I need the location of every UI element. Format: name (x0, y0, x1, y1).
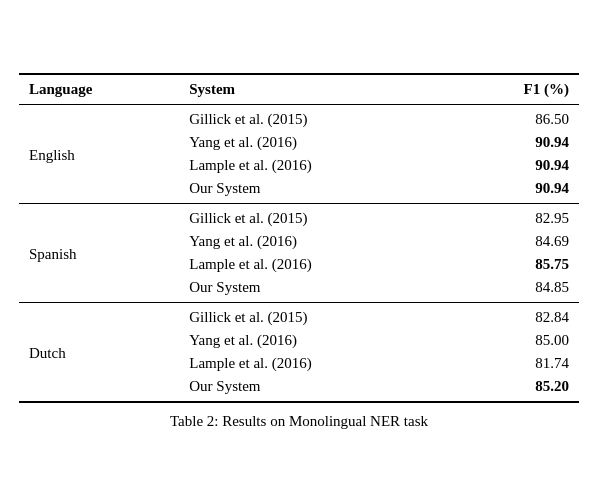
system-cell: Lample et al. (2016) (179, 253, 453, 276)
f1-cell: 90.94 (453, 131, 579, 154)
system-cell: Our System (179, 276, 453, 303)
f1-cell: 85.00 (453, 329, 579, 352)
system-cell: Yang et al. (2016) (179, 329, 453, 352)
system-cell: Our System (179, 375, 453, 402)
system-cell: Gillick et al. (2015) (179, 302, 453, 329)
system-header: System (179, 74, 453, 105)
f1-cell: 90.94 (453, 154, 579, 177)
f1-cell: 85.75 (453, 253, 579, 276)
f1-cell: 81.74 (453, 352, 579, 375)
table-caption: Table 2: Results on Monolingual NER task (19, 413, 579, 430)
results-table: Language System F1 (%) EnglishGillick et… (19, 73, 579, 403)
system-cell: Lample et al. (2016) (179, 352, 453, 375)
table-row: SpanishGillick et al. (2015)82.95 (19, 203, 579, 230)
table-row: DutchGillick et al. (2015)82.84 (19, 302, 579, 329)
f1-cell: 85.20 (453, 375, 579, 402)
system-cell: Gillick et al. (2015) (179, 203, 453, 230)
system-cell: Our System (179, 177, 453, 204)
f1-header: F1 (%) (453, 74, 579, 105)
f1-cell: 86.50 (453, 104, 579, 131)
language-cell: Spanish (19, 203, 179, 302)
language-cell: English (19, 104, 179, 203)
table-row: EnglishGillick et al. (2015)86.50 (19, 104, 579, 131)
table-header-row: Language System F1 (%) (19, 74, 579, 105)
language-header: Language (19, 74, 179, 105)
system-cell: Gillick et al. (2015) (179, 104, 453, 131)
page-container: Language System F1 (%) EnglishGillick et… (19, 63, 579, 440)
f1-cell: 84.69 (453, 230, 579, 253)
system-cell: Yang et al. (2016) (179, 131, 453, 154)
f1-cell: 82.95 (453, 203, 579, 230)
f1-cell: 84.85 (453, 276, 579, 303)
system-cell: Yang et al. (2016) (179, 230, 453, 253)
f1-cell: 82.84 (453, 302, 579, 329)
language-cell: Dutch (19, 302, 179, 402)
f1-cell: 90.94 (453, 177, 579, 204)
system-cell: Lample et al. (2016) (179, 154, 453, 177)
